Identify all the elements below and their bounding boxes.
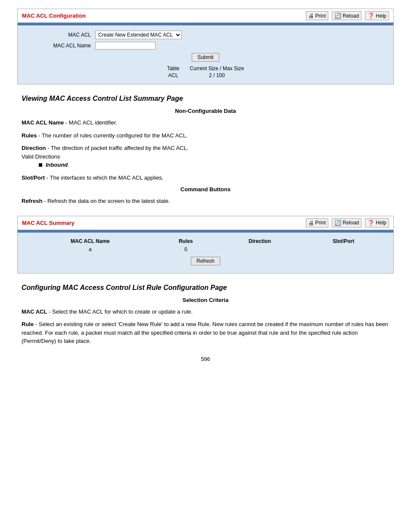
cell-mac-acl-name: a [26,246,154,253]
direction-item-desc: - The direction of packet traffic affect… [46,145,188,151]
configuring-title: Configuring MAC Access Control List Rule… [22,284,389,292]
direction-item: Direction - The direction of packet traf… [22,144,389,169]
non-configurable-subtitle: Non-Configurable Data [22,108,389,114]
summary-print-label: Print [315,220,326,226]
page-number: 596 [17,356,394,362]
command-buttons-subtitle: Command Buttons [22,186,389,193]
slot-port-item-label: Slot/Port [22,174,45,181]
summary-title: MAC ACL Summary [22,220,75,226]
summary-table: MAC ACL Name Rules Direction Slot/Port a… [26,237,385,253]
panel-actions: 🖨 Print 🔄 Reload ❓ Help [306,11,389,20]
cell-slot-port [302,246,385,253]
col-mac-acl-name: MAC ACL Name [26,237,154,246]
mac-acl-name-item-desc: - MAC ACL identifier. [64,119,117,126]
summary-panel-actions: 🖨 Print 🔄 Reload ❓ Help [306,218,389,227]
rules-item-label: Rules [22,132,37,139]
refresh-row: Refresh [26,257,385,265]
mac-acl-label: MAC ACL [26,32,95,38]
summary-reload-button[interactable]: 🔄 Reload [332,218,361,227]
mac-acl-config-item-label: MAC ACL [22,308,47,315]
mac-acl-config-item: MAC ACL - Select the MAC ACL for which t… [22,308,389,316]
mac-acl-config-panel: MAC ACL Configuration 🖨 Print 🔄 Reload ❓… [17,9,394,84]
mac-acl-name-row: MAC ACL Name [26,42,385,50]
reload-button[interactable]: 🔄 Reload [332,11,361,20]
reload-icon: 🔄 [334,12,341,19]
summary-help-button[interactable]: ❓ Help [365,218,389,227]
col-direction: Direction [218,237,302,246]
mac-acl-name-input[interactable] [95,42,156,50]
submit-button[interactable]: Submit [192,53,219,62]
inbound-label: Inbound [46,161,68,169]
viewing-section: Viewing MAC Access Control List Summary … [17,95,394,205]
rule-item: Rule - Select an existing rule or select… [22,320,389,345]
slot-port-item: Slot/Port - The interfaces to which the … [22,174,389,182]
mac-acl-name-item-label: MAC ACL Name [22,119,64,126]
refresh-button[interactable]: Refresh [191,257,220,265]
mac-acl-config-header: MAC ACL Configuration 🖨 Print 🔄 Reload ❓… [18,9,393,23]
help-button[interactable]: ❓ Help [365,11,389,20]
rules-item: Rules - The number of rules currently co… [22,131,389,140]
help-label: Help [376,13,386,19]
valid-directions-text: Valid Directions [22,153,60,160]
slot-port-item-desc: - The interfaces to which the MAC ACL ap… [45,174,163,181]
mac-acl-name-label: MAC ACL Name [26,43,95,49]
refresh-item: Refresh - Refresh the data on the screen… [22,197,389,205]
configuring-section: Configuring MAC Access Control List Rule… [17,284,394,345]
bullet-icon [39,163,42,167]
mac-acl-config-body: MAC ACL Create New Extended MAC ACL MAC … [18,25,393,84]
summary-body: MAC ACL Name Rules Direction Slot/Port a… [18,233,393,273]
submit-row: Submit [26,53,385,62]
print-button[interactable]: 🖨 Print [306,11,329,20]
mac-acl-name-item: MAC ACL Name - MAC ACL identifier. [22,118,389,127]
mac-acl-summary-panel: MAC ACL Summary 🖨 Print 🔄 Reload ❓ Help … [17,216,394,274]
rule-item-desc: - Select an existing rule or select 'Cre… [22,321,388,344]
refresh-item-label: Refresh [22,198,42,204]
summary-help-icon: ❓ [367,220,374,226]
summary-help-label: Help [376,220,386,226]
direction-item-label: Direction [22,145,46,151]
col-slot-port: Slot/Port [302,237,385,246]
cell-direction [218,246,302,253]
cell-rules: 0 [154,246,218,253]
mac-acl-select[interactable]: Create New Extended MAC ACL [95,31,182,39]
mac-acl-config-item-desc: - Select the MAC ACL for which to create… [47,308,193,315]
print-icon: 🖨 [308,12,314,19]
current-max-label: Current Size / Max Size [184,65,249,72]
refresh-item-desc: - Refresh the data on the screen to the … [42,198,170,204]
summary-print-icon: 🖨 [308,220,314,226]
summary-print-button[interactable]: 🖨 Print [306,218,329,227]
table-row: a 0 [26,246,385,253]
mac-acl-config-title: MAC ACL Configuration [22,12,86,19]
summary-table-header-row: MAC ACL Name Rules Direction Slot/Port [26,237,385,246]
print-label: Print [315,13,326,19]
inbound-bullet: Inbound [39,161,389,169]
acl-value: 2 / 100 [184,72,249,79]
summary-reload-label: Reload [342,220,359,226]
help-icon: ❓ [367,12,374,19]
summary-reload-icon: 🔄 [334,220,341,226]
summary-header: MAC ACL Summary 🖨 Print 🔄 Reload ❓ Help [18,216,393,230]
rule-item-label: Rule [22,321,34,327]
reload-label: Reload [342,13,359,19]
rules-item-desc: - The number of rules currently configur… [37,132,187,139]
col-rules: Rules [154,237,218,246]
selection-criteria-subtitle: Selection Criteria [22,297,389,303]
table-label: Table [162,65,185,72]
viewing-title: Viewing MAC Access Control List Summary … [22,95,389,103]
acl-label: ACL [162,72,185,79]
table-info: Table Current Size / Max Size ACL 2 / 10… [26,65,385,79]
mac-acl-row: MAC ACL Create New Extended MAC ACL [26,31,385,39]
acl-info-table: Table Current Size / Max Size ACL 2 / 10… [162,65,249,79]
